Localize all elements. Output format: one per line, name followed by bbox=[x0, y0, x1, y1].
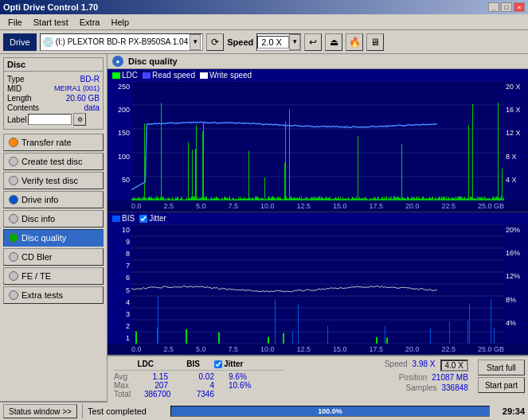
disc-header: Disc bbox=[4, 58, 103, 72]
jitter-header-checkbox[interactable] bbox=[214, 360, 222, 368]
sidebar-item-transfer-rate[interactable]: Transfer rate bbox=[3, 134, 104, 151]
avg-label: Avg bbox=[114, 372, 130, 381]
transfer-rate-icon bbox=[9, 138, 18, 147]
minimize-button[interactable]: _ bbox=[488, 2, 499, 12]
title-bar: Opti Drive Control 1.70 _ □ × bbox=[0, 0, 528, 14]
drive-info-label: Drive info bbox=[22, 195, 58, 204]
legend-read: Read speed bbox=[143, 71, 195, 80]
disc-length-value: 20.60 GB bbox=[66, 94, 100, 103]
burn-button[interactable]: 🔥 bbox=[346, 33, 363, 51]
total-row: Total 386700 7346 bbox=[114, 390, 284, 399]
legend-ldc: LDC bbox=[112, 71, 138, 80]
samples-value: 336848 bbox=[442, 383, 468, 392]
speed-row: Speed 3.98 X 4.0 X bbox=[297, 360, 467, 371]
label-input[interactable] bbox=[28, 114, 72, 125]
speed-label: Speed bbox=[227, 37, 253, 47]
window-controls: _ □ × bbox=[488, 2, 525, 12]
extra-tests-label: Extra tests bbox=[22, 290, 63, 300]
position-label: Position bbox=[399, 373, 428, 382]
label-button[interactable]: ⚙ bbox=[73, 113, 86, 126]
sidebar-item-drive-info[interactable]: Drive info bbox=[3, 191, 104, 208]
lower-canvas bbox=[131, 224, 504, 344]
drive-dropdown[interactable]: ▼ bbox=[190, 34, 201, 50]
drive-label: Drive bbox=[3, 33, 37, 51]
refresh-button[interactable]: ↩ bbox=[304, 33, 322, 51]
disc-mid-label: MID bbox=[7, 84, 22, 93]
sidebar-item-fe-te[interactable]: FE / TE bbox=[3, 267, 104, 285]
close-button[interactable]: × bbox=[514, 2, 525, 12]
jitter-checkbox[interactable] bbox=[139, 215, 147, 223]
verify-test-icon bbox=[9, 176, 18, 185]
disc-quality-label: Disc quality bbox=[22, 233, 66, 243]
start-part-button[interactable]: Start part bbox=[478, 377, 525, 393]
legend-bis-color bbox=[112, 216, 120, 222]
sidebar-item-disc-info[interactable]: Disc info bbox=[3, 210, 104, 228]
sidebar-item-cd-bler[interactable]: CD Bler bbox=[3, 248, 104, 266]
legend-read-color bbox=[143, 72, 151, 79]
legend-ldc-color bbox=[112, 72, 120, 79]
disc-info-icon bbox=[9, 214, 18, 224]
menu-file[interactable]: File bbox=[3, 16, 27, 29]
max-jitter: 10.6% bbox=[229, 381, 251, 390]
lower-x-axis: 0.0 2.5 5.0 7.5 10.0 12.5 15.0 17.5 20.0… bbox=[108, 344, 528, 355]
lower-chart-wrapper: 10 9 8 7 6 5 4 3 2 1 20% bbox=[108, 224, 528, 344]
disc-length-label: Length bbox=[7, 94, 32, 103]
create-test-label: Create test disc bbox=[22, 157, 82, 166]
disc-label-label: Label bbox=[7, 115, 26, 124]
disc-length-row: Length 20.60 GB bbox=[7, 94, 100, 103]
charts-container: LDC Read speed Write speed 250 200 bbox=[108, 69, 528, 355]
col-jitter: Jitter bbox=[224, 360, 243, 368]
stats-header-row: LDC BIS Jitter bbox=[114, 360, 284, 371]
menu-extra[interactable]: Extra bbox=[75, 16, 105, 29]
speed-value: 2.0 X bbox=[257, 36, 289, 49]
legend-write-color bbox=[200, 72, 208, 79]
time-display: 29:34 bbox=[493, 406, 525, 416]
drive-refresh-button[interactable]: ⟳ bbox=[206, 33, 224, 51]
total-label: Total bbox=[114, 390, 130, 399]
max-label: Max bbox=[114, 381, 130, 390]
start-full-button[interactable]: Start full bbox=[478, 360, 525, 375]
menu-start-test[interactable]: Start test bbox=[29, 16, 73, 29]
sidebar-item-disc-quality[interactable]: Disc quality bbox=[3, 229, 104, 247]
transfer-rate-label: Transfer rate bbox=[22, 138, 72, 147]
disc-contents-label: Contents bbox=[7, 103, 39, 112]
toolbar: Drive 💿 (I:) PLEXTOR BD-R PX-B950SA 1.04… bbox=[0, 30, 528, 54]
col-bis: BIS bbox=[168, 360, 200, 368]
sidebar-item-extra-tests[interactable]: Extra tests bbox=[3, 286, 104, 304]
content-header: ● Disc quality bbox=[108, 54, 528, 69]
speed-box: 4.0 X bbox=[440, 360, 468, 371]
speed-info: Speed 3.98 X 4.0 X Position 21087 MB Sam… bbox=[291, 356, 474, 402]
eject-button[interactable]: ⏏ bbox=[325, 33, 342, 51]
disc-mid-value: MEIRA1 (001) bbox=[54, 84, 100, 93]
max-ldc: 207 bbox=[144, 381, 168, 390]
disc-quality-icon bbox=[9, 233, 18, 243]
fe-te-icon bbox=[9, 271, 18, 281]
lower-y-axis: 10 9 8 7 6 5 4 3 2 1 bbox=[108, 224, 131, 344]
create-test-icon bbox=[9, 157, 18, 166]
avg-bis: 0.02 bbox=[182, 372, 214, 381]
upper-canvas bbox=[131, 81, 504, 200]
status-text: Test completed bbox=[88, 406, 167, 416]
extra-tests-icon bbox=[9, 290, 18, 300]
max-bis: 4 bbox=[182, 381, 214, 390]
speed-dropdown[interactable]: ▼ bbox=[289, 34, 300, 50]
cd-bler-label: CD Bler bbox=[22, 252, 53, 262]
stats-content: LDC BIS Jitter Avg 1.15 0.02 9.6% bbox=[108, 356, 528, 402]
settings-button[interactable]: 🖥 bbox=[366, 33, 384, 51]
menu-help[interactable]: Help bbox=[106, 16, 134, 29]
jitter-label: Jitter bbox=[149, 214, 166, 223]
disc-label-row: Label ⚙ bbox=[7, 113, 100, 126]
avg-jitter: 9.6% bbox=[229, 372, 247, 381]
speed-info-label: Speed bbox=[385, 360, 408, 371]
lower-chart: BIS Jitter 10 9 8 7 6 5 4 bbox=[108, 212, 528, 355]
disc-info-panel: Type BD-R MID MEIRA1 (001) Length 20.60 … bbox=[4, 72, 103, 129]
sidebar-item-verify-test-disc[interactable]: Verify test disc bbox=[3, 172, 104, 189]
lower-right-labels: 20% 16% 12% 8% 4% bbox=[504, 224, 528, 344]
disc-contents-row: Contents data bbox=[7, 103, 100, 112]
verify-test-label: Verify test disc bbox=[22, 176, 78, 185]
disc-contents-value: data bbox=[84, 103, 100, 112]
status-window-button[interactable]: Status window >> bbox=[3, 404, 77, 418]
sidebar-item-create-test-disc[interactable]: Create test disc bbox=[3, 153, 104, 170]
maximize-button[interactable]: □ bbox=[501, 2, 512, 12]
legend-bis-label: BIS bbox=[122, 214, 135, 223]
